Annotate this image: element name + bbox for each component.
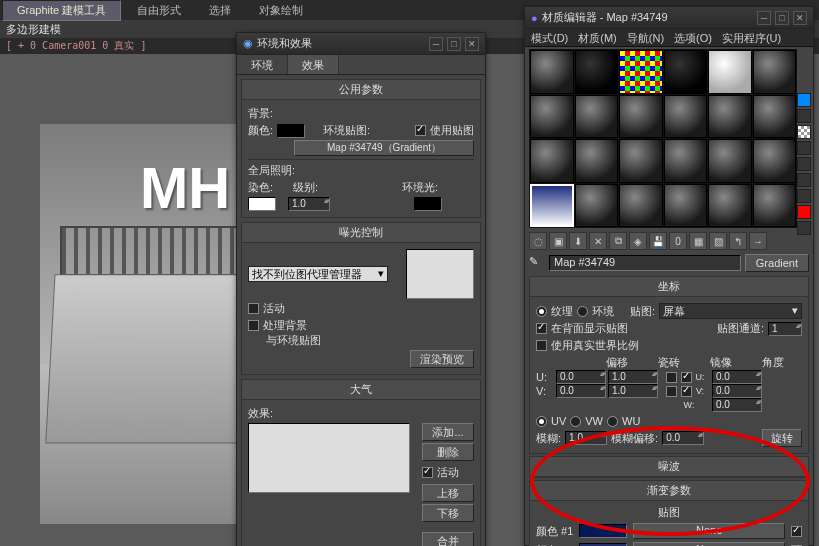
mat-slot[interactable] [708,50,752,94]
eyedropper-icon[interactable]: ✎ [529,255,545,271]
dye-swatch[interactable] [248,197,276,211]
reset-icon[interactable]: ✕ [589,232,607,250]
ribbon-item-paint[interactable]: 对象绘制 [245,1,317,20]
rotate-button[interactable]: 旋转 [762,429,802,447]
w-angle[interactable]: 0.0 [712,398,762,412]
mat-slot[interactable] [619,95,663,139]
exposure-active-chk[interactable] [248,303,259,314]
v-tile[interactable]: 1.0 [608,384,658,398]
v-mirror-chk[interactable] [666,386,677,397]
menu-mode[interactable]: 模式(D) [531,31,568,44]
menu-options[interactable]: 选项(O) [674,31,712,44]
map-name-field[interactable]: Map #34749 [549,255,741,271]
mat-maximize-icon[interactable]: □ [775,11,789,25]
mat-minimize-icon[interactable]: ─ [757,11,771,25]
mat-id-icon[interactable]: 0 [669,232,687,250]
copy-icon[interactable]: ⧉ [609,232,627,250]
fx-merge-button[interactable]: 合并 [422,532,474,546]
mat-titlebar[interactable]: ● 材质编辑器 - Map #34749 ─ □ ✕ [525,7,813,29]
gradient-params-header[interactable]: 渐变参数 [530,481,808,501]
mat-slot[interactable] [575,95,619,139]
ribbon-tool[interactable]: Graphite 建模工具 [2,0,121,21]
show-in-vp-icon[interactable]: ▦ [689,232,707,250]
blur-offset-spinner[interactable]: 0.0 [662,431,704,445]
mat-slot[interactable] [753,95,797,139]
ribbon-item-select[interactable]: 选择 [195,1,245,20]
mat-slot[interactable] [530,139,574,183]
fx-list[interactable] [248,423,410,493]
show-back-chk[interactable] [536,323,547,334]
close-icon[interactable]: ✕ [465,37,479,51]
mat-slot[interactable] [664,95,708,139]
process-bg-chk[interactable] [248,320,259,331]
env-map-slot[interactable]: Map #34749（Gradient） [294,140,474,156]
mat-close-icon[interactable]: ✕ [793,11,807,25]
color1-swatch[interactable] [579,524,627,538]
put-to-scene-icon[interactable]: ▣ [549,232,567,250]
assign-icon[interactable]: ⬇ [569,232,587,250]
mat-slot[interactable] [619,184,663,228]
exposure-dropdown[interactable]: 找不到位图代理管理器 [248,266,388,282]
mat-slot[interactable] [753,50,797,94]
menu-nav[interactable]: 导航(N) [627,31,664,44]
blur-spinner[interactable]: 1.0 [565,431,607,445]
fx-add-button[interactable]: 添加... [422,423,474,441]
tab-environment[interactable]: 环境 [237,55,288,74]
mat-slot-selected[interactable] [530,184,574,228]
go-parent-icon[interactable]: ↰ [729,232,747,250]
go-forward-icon[interactable]: → [749,232,767,250]
get-material-icon[interactable]: ◌ [529,232,547,250]
sample-uv-icon[interactable] [797,141,811,155]
use-map-checkbox[interactable] [415,125,426,136]
texture-radio[interactable] [536,306,547,317]
material-editor-dialog[interactable]: ● 材质编辑器 - Map #34749 ─ □ ✕ 模式(D) 材质(M) 导… [524,6,814,546]
u-offset[interactable]: 0.0 [556,370,606,384]
background-icon[interactable] [797,125,811,139]
mapping-dropdown[interactable]: 屏幕 [659,303,802,319]
wu-radio[interactable] [607,416,618,427]
panel-common-header[interactable]: 公用参数 [242,80,480,100]
mat-slot[interactable] [664,139,708,183]
u-tile-chk[interactable] [681,372,692,383]
fx-up-button[interactable]: 上移 [422,484,474,502]
noise-header[interactable]: 噪波 [530,457,808,477]
maximize-icon[interactable]: □ [447,37,461,51]
mat-slot[interactable] [619,50,663,94]
tab-effects[interactable]: 效果 [288,55,339,74]
mat-slot[interactable] [753,139,797,183]
video-check-icon[interactable] [797,157,811,171]
mat-slot[interactable] [708,184,752,228]
mat-slot[interactable] [753,184,797,228]
uv-radio[interactable] [536,416,547,427]
u-mirror-chk[interactable] [666,372,677,383]
mat-slot[interactable] [575,184,619,228]
sample-type-icon[interactable] [797,93,811,107]
mat-slot[interactable] [530,50,574,94]
env-titlebar[interactable]: ◉ 环境和效果 ─ □ ✕ [237,33,485,55]
fx-delete-button[interactable]: 删除 [422,443,474,461]
real-world-chk[interactable] [536,340,547,351]
menu-material[interactable]: 材质(M) [578,31,617,44]
map-channel-spinner[interactable]: 1 [768,322,802,336]
material-map-nav-icon[interactable] [797,221,811,235]
menu-utilities[interactable]: 实用程序(U) [722,31,781,44]
color2-map-button[interactable]: None [633,542,785,546]
mat-slot[interactable] [664,50,708,94]
mat-slot[interactable] [664,184,708,228]
select-by-material-icon[interactable] [797,205,811,219]
v-angle[interactable]: 0.0 [712,384,762,398]
color1-map-button[interactable]: None [633,523,785,539]
ribbon-item-freeform[interactable]: 自由形式 [123,1,195,20]
mat-slot[interactable] [708,139,752,183]
fx-active-chk[interactable] [422,467,433,478]
u-tile[interactable]: 1.0 [608,370,658,384]
options-icon[interactable] [797,189,811,203]
env-radio[interactable] [577,306,588,317]
mat-slot[interactable] [575,50,619,94]
u-angle[interactable]: 0.0 [712,370,762,384]
make-unique-icon[interactable]: ◈ [629,232,647,250]
coords-header[interactable]: 坐标 [530,277,808,297]
show-end-icon[interactable]: ▨ [709,232,727,250]
vw-radio[interactable] [570,416,581,427]
mat-slot[interactable] [575,139,619,183]
